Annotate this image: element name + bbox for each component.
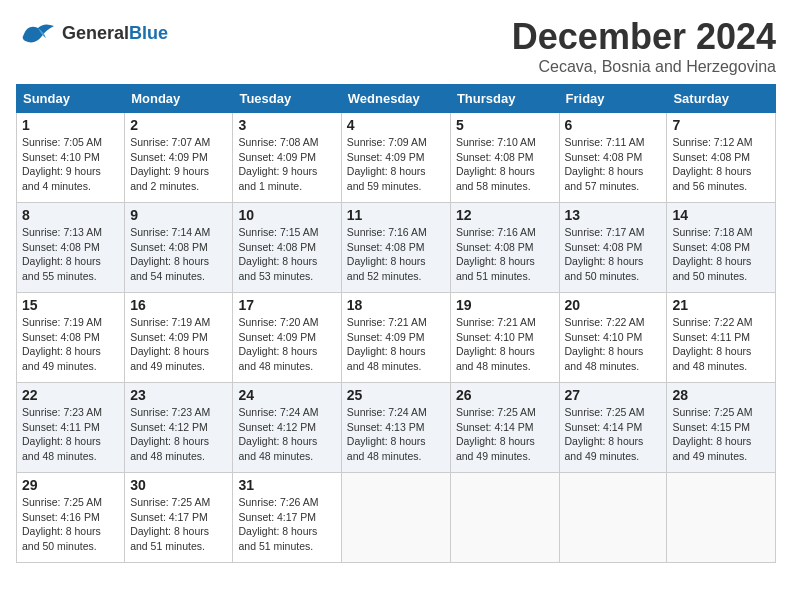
day-info: Sunrise: 7:15 AM Sunset: 4:08 PM Dayligh… <box>238 225 335 284</box>
calendar-header-sunday: Sunday <box>17 85 125 113</box>
day-number: 11 <box>347 207 445 223</box>
day-number: 21 <box>672 297 770 313</box>
day-number: 9 <box>130 207 227 223</box>
day-number: 10 <box>238 207 335 223</box>
day-number: 25 <box>347 387 445 403</box>
day-number: 30 <box>130 477 227 493</box>
day-number: 28 <box>672 387 770 403</box>
day-info: Sunrise: 7:16 AM Sunset: 4:08 PM Dayligh… <box>456 225 554 284</box>
day-info: Sunrise: 7:24 AM Sunset: 4:12 PM Dayligh… <box>238 405 335 464</box>
calendar-cell: 4 Sunrise: 7:09 AM Sunset: 4:09 PM Dayli… <box>341 113 450 203</box>
day-number: 6 <box>565 117 662 133</box>
calendar-cell: 28 Sunrise: 7:25 AM Sunset: 4:15 PM Dayl… <box>667 383 776 473</box>
calendar-cell: 2 Sunrise: 7:07 AM Sunset: 4:09 PM Dayli… <box>125 113 233 203</box>
calendar-cell: 19 Sunrise: 7:21 AM Sunset: 4:10 PM Dayl… <box>450 293 559 383</box>
day-number: 24 <box>238 387 335 403</box>
calendar-cell: 24 Sunrise: 7:24 AM Sunset: 4:12 PM Dayl… <box>233 383 341 473</box>
calendar-table: SundayMondayTuesdayWednesdayThursdayFrid… <box>16 84 776 563</box>
calendar-cell: 30 Sunrise: 7:25 AM Sunset: 4:17 PM Dayl… <box>125 473 233 563</box>
day-info: Sunrise: 7:21 AM Sunset: 4:09 PM Dayligh… <box>347 315 445 374</box>
day-number: 17 <box>238 297 335 313</box>
page-title: December 2024 <box>512 16 776 58</box>
calendar-cell: 8 Sunrise: 7:13 AM Sunset: 4:08 PM Dayli… <box>17 203 125 293</box>
logo-general: GeneralBlue <box>62 24 168 44</box>
calendar-cell: 16 Sunrise: 7:19 AM Sunset: 4:09 PM Dayl… <box>125 293 233 383</box>
day-number: 29 <box>22 477 119 493</box>
calendar-cell: 23 Sunrise: 7:23 AM Sunset: 4:12 PM Dayl… <box>125 383 233 473</box>
calendar-cell <box>559 473 667 563</box>
day-info: Sunrise: 7:19 AM Sunset: 4:09 PM Dayligh… <box>130 315 227 374</box>
calendar-cell: 25 Sunrise: 7:24 AM Sunset: 4:13 PM Dayl… <box>341 383 450 473</box>
day-number: 1 <box>22 117 119 133</box>
calendar-cell: 17 Sunrise: 7:20 AM Sunset: 4:09 PM Dayl… <box>233 293 341 383</box>
day-info: Sunrise: 7:23 AM Sunset: 4:12 PM Dayligh… <box>130 405 227 464</box>
calendar-cell: 26 Sunrise: 7:25 AM Sunset: 4:14 PM Dayl… <box>450 383 559 473</box>
day-number: 19 <box>456 297 554 313</box>
day-info: Sunrise: 7:25 AM Sunset: 4:17 PM Dayligh… <box>130 495 227 554</box>
day-info: Sunrise: 7:25 AM Sunset: 4:14 PM Dayligh… <box>565 405 662 464</box>
day-number: 23 <box>130 387 227 403</box>
day-number: 8 <box>22 207 119 223</box>
day-info: Sunrise: 7:22 AM Sunset: 4:11 PM Dayligh… <box>672 315 770 374</box>
day-number: 7 <box>672 117 770 133</box>
calendar-cell: 9 Sunrise: 7:14 AM Sunset: 4:08 PM Dayli… <box>125 203 233 293</box>
day-info: Sunrise: 7:12 AM Sunset: 4:08 PM Dayligh… <box>672 135 770 194</box>
day-number: 31 <box>238 477 335 493</box>
calendar-cell: 11 Sunrise: 7:16 AM Sunset: 4:08 PM Dayl… <box>341 203 450 293</box>
day-info: Sunrise: 7:11 AM Sunset: 4:08 PM Dayligh… <box>565 135 662 194</box>
day-number: 13 <box>565 207 662 223</box>
calendar-cell <box>667 473 776 563</box>
logo-icon <box>16 16 58 52</box>
day-info: Sunrise: 7:07 AM Sunset: 4:09 PM Dayligh… <box>130 135 227 194</box>
day-info: Sunrise: 7:22 AM Sunset: 4:10 PM Dayligh… <box>565 315 662 374</box>
day-number: 14 <box>672 207 770 223</box>
calendar-header-monday: Monday <box>125 85 233 113</box>
calendar-cell: 31 Sunrise: 7:26 AM Sunset: 4:17 PM Dayl… <box>233 473 341 563</box>
page-subtitle: Cecava, Bosnia and Herzegovina <box>512 58 776 76</box>
calendar-cell: 29 Sunrise: 7:25 AM Sunset: 4:16 PM Dayl… <box>17 473 125 563</box>
calendar-header-saturday: Saturday <box>667 85 776 113</box>
day-info: Sunrise: 7:16 AM Sunset: 4:08 PM Dayligh… <box>347 225 445 284</box>
calendar-cell: 1 Sunrise: 7:05 AM Sunset: 4:10 PM Dayli… <box>17 113 125 203</box>
calendar-cell: 10 Sunrise: 7:15 AM Sunset: 4:08 PM Dayl… <box>233 203 341 293</box>
calendar-cell <box>450 473 559 563</box>
day-number: 16 <box>130 297 227 313</box>
day-info: Sunrise: 7:14 AM Sunset: 4:08 PM Dayligh… <box>130 225 227 284</box>
calendar-header-tuesday: Tuesday <box>233 85 341 113</box>
day-number: 26 <box>456 387 554 403</box>
calendar-header-friday: Friday <box>559 85 667 113</box>
day-info: Sunrise: 7:13 AM Sunset: 4:08 PM Dayligh… <box>22 225 119 284</box>
day-number: 3 <box>238 117 335 133</box>
page-header: GeneralBlue December 2024 Cecava, Bosnia… <box>16 16 776 76</box>
calendar-cell: 14 Sunrise: 7:18 AM Sunset: 4:08 PM Dayl… <box>667 203 776 293</box>
day-info: Sunrise: 7:19 AM Sunset: 4:08 PM Dayligh… <box>22 315 119 374</box>
day-number: 12 <box>456 207 554 223</box>
day-number: 22 <box>22 387 119 403</box>
calendar-cell: 22 Sunrise: 7:23 AM Sunset: 4:11 PM Dayl… <box>17 383 125 473</box>
day-number: 20 <box>565 297 662 313</box>
calendar-cell: 21 Sunrise: 7:22 AM Sunset: 4:11 PM Dayl… <box>667 293 776 383</box>
calendar-cell: 20 Sunrise: 7:22 AM Sunset: 4:10 PM Dayl… <box>559 293 667 383</box>
day-info: Sunrise: 7:10 AM Sunset: 4:08 PM Dayligh… <box>456 135 554 194</box>
day-number: 15 <box>22 297 119 313</box>
calendar-header: SundayMondayTuesdayWednesdayThursdayFrid… <box>17 85 776 113</box>
day-number: 18 <box>347 297 445 313</box>
day-number: 4 <box>347 117 445 133</box>
logo: GeneralBlue <box>16 16 168 52</box>
day-info: Sunrise: 7:25 AM Sunset: 4:15 PM Dayligh… <box>672 405 770 464</box>
day-info: Sunrise: 7:26 AM Sunset: 4:17 PM Dayligh… <box>238 495 335 554</box>
day-info: Sunrise: 7:25 AM Sunset: 4:14 PM Dayligh… <box>456 405 554 464</box>
day-number: 5 <box>456 117 554 133</box>
calendar-cell <box>341 473 450 563</box>
day-info: Sunrise: 7:09 AM Sunset: 4:09 PM Dayligh… <box>347 135 445 194</box>
calendar-cell: 5 Sunrise: 7:10 AM Sunset: 4:08 PM Dayli… <box>450 113 559 203</box>
calendar-cell: 15 Sunrise: 7:19 AM Sunset: 4:08 PM Dayl… <box>17 293 125 383</box>
day-info: Sunrise: 7:24 AM Sunset: 4:13 PM Dayligh… <box>347 405 445 464</box>
day-info: Sunrise: 7:05 AM Sunset: 4:10 PM Dayligh… <box>22 135 119 194</box>
calendar-cell: 13 Sunrise: 7:17 AM Sunset: 4:08 PM Dayl… <box>559 203 667 293</box>
calendar-cell: 6 Sunrise: 7:11 AM Sunset: 4:08 PM Dayli… <box>559 113 667 203</box>
calendar-header-thursday: Thursday <box>450 85 559 113</box>
calendar-cell: 27 Sunrise: 7:25 AM Sunset: 4:14 PM Dayl… <box>559 383 667 473</box>
calendar-header-wednesday: Wednesday <box>341 85 450 113</box>
day-info: Sunrise: 7:18 AM Sunset: 4:08 PM Dayligh… <box>672 225 770 284</box>
